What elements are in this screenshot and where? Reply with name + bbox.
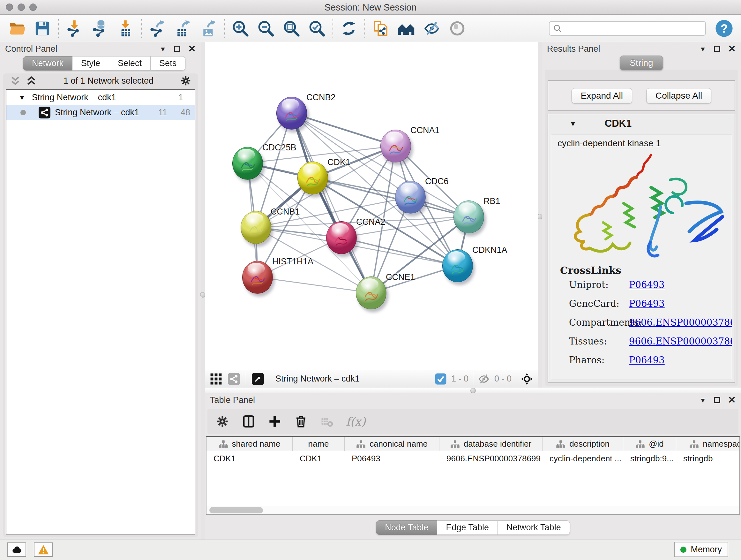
save-session-button[interactable] <box>31 17 54 39</box>
tab-node-table[interactable]: Node Table <box>376 520 437 535</box>
table-cell[interactable]: stringdb:9... <box>623 454 676 463</box>
column-header-namespace[interactable]: namespace <box>676 437 740 451</box>
results-panel-close-icon[interactable]: ✕ <box>728 44 736 54</box>
help-button[interactable]: ? <box>715 19 733 38</box>
control-panel-float-icon[interactable] <box>174 46 180 52</box>
zoom-out-button[interactable] <box>255 17 277 39</box>
table-cell[interactable]: stringdb <box>676 454 740 463</box>
warning-status-button[interactable] <box>34 543 53 557</box>
horizontal-splitter[interactable] <box>205 388 741 393</box>
tab-edge-table[interactable]: Edge Table <box>437 520 498 535</box>
zoom-selected-button[interactable] <box>306 17 328 39</box>
network-edge-ccnb2-ccna1[interactable] <box>292 113 396 146</box>
export-image-button[interactable] <box>197 17 219 39</box>
birds-eye-view-icon[interactable] <box>210 373 222 385</box>
open-in-new-window-icon[interactable] <box>252 373 264 385</box>
results-panel-menu-icon[interactable]: ▼ <box>699 46 706 52</box>
tab-network[interactable]: Network <box>23 56 72 71</box>
expand-all-button[interactable]: Expand All <box>571 88 632 104</box>
table-panel-menu-icon[interactable]: ▼ <box>699 397 706 403</box>
export-table-button[interactable] <box>172 17 194 39</box>
tab-select[interactable]: Select <box>109 56 151 71</box>
network-node-cdc6[interactable] <box>395 181 426 213</box>
zoom-fit-button[interactable] <box>280 17 302 39</box>
horizontal-splitter-handle[interactable] <box>470 388 476 393</box>
table-horizontal-scrollbar[interactable] <box>206 506 739 514</box>
results-panel-float-icon[interactable] <box>714 46 720 52</box>
first-neighbors-button[interactable] <box>395 17 417 39</box>
delete-column-trash-icon[interactable] <box>293 414 308 429</box>
column-header-name[interactable]: name <box>293 437 345 451</box>
network-badge-icon[interactable] <box>228 373 240 385</box>
expand-all-networks-icon[interactable] <box>25 75 37 86</box>
network-row-selected[interactable]: String Network – cdk1 11 48 <box>6 105 195 120</box>
crosslink-value-link[interactable]: P06493 <box>629 355 665 366</box>
network-edge-hist1h1a-ccne1[interactable] <box>258 277 371 293</box>
column-header-description[interactable]: description <box>542 437 623 451</box>
table-options-gear-icon[interactable] <box>215 414 230 429</box>
network-node-ccnb2[interactable] <box>276 97 307 130</box>
open-session-button[interactable] <box>6 17 28 39</box>
show-columns-icon[interactable] <box>241 414 256 429</box>
export-network-button[interactable] <box>146 17 169 39</box>
network-node-rb1[interactable] <box>454 200 484 233</box>
update-view-button[interactable] <box>338 17 360 39</box>
crosslink-value-link[interactable]: P06493 <box>629 279 665 290</box>
import-database-icon <box>91 20 109 37</box>
tab-network-table[interactable]: Network Table <box>498 520 570 535</box>
collapse-all-button[interactable]: Collapse All <box>646 88 711 104</box>
collection-collapse-icon[interactable]: ▼ <box>18 94 25 102</box>
column-header--id[interactable]: @id <box>623 437 676 451</box>
add-column-icon[interactable] <box>267 414 282 429</box>
column-header-canonical-name[interactable]: canonical name <box>345 437 440 451</box>
crosslink-value-link[interactable]: 9606.ENSP00000378699 <box>629 317 732 328</box>
table-cell[interactable]: P06493 <box>345 454 440 463</box>
search-input[interactable] <box>565 23 702 34</box>
hide-selection-button[interactable] <box>421 17 443 39</box>
table-panel-close-icon[interactable]: ✕ <box>728 395 736 405</box>
scrollbar-thumb[interactable] <box>209 507 263 513</box>
network-node-ccna2[interactable] <box>326 221 357 254</box>
network-options-gear-icon[interactable] <box>180 75 192 86</box>
zoom-in-button[interactable] <box>229 17 252 39</box>
network-node-ccna1[interactable] <box>381 130 411 163</box>
crosslink-value-link[interactable]: P06493 <box>629 298 665 309</box>
table-row[interactable]: CDK1CDK1P064939606.ENSP00000378699cyclin… <box>206 451 739 466</box>
control-panel-menu-icon[interactable]: ▼ <box>159 46 166 52</box>
hidden-eye-slash-icon[interactable] <box>478 373 490 385</box>
pan-crosshair-icon[interactable] <box>521 373 533 385</box>
memory-button[interactable]: Memory <box>674 542 728 557</box>
network-canvas[interactable]: CCNB2CCNA1CDC25BCDK1CDC6RB1CCNB1CCNA2CDK… <box>205 42 538 370</box>
import-network-from-file-button[interactable] <box>63 17 85 39</box>
tab-style[interactable]: Style <box>72 56 109 71</box>
network-node-ccne1[interactable] <box>356 276 387 309</box>
column-header-shared-name[interactable]: shared name <box>206 437 293 451</box>
network-node-hist1h1a[interactable] <box>242 261 273 294</box>
network-node-cdc25b[interactable] <box>232 147 263 180</box>
right-splitter[interactable] <box>538 42 542 388</box>
network-node-ccnb1[interactable] <box>241 211 271 244</box>
table-cell[interactable]: 9606.ENSP00000378699 <box>440 454 542 463</box>
network-node-cdk1[interactable] <box>297 162 328 194</box>
show-all-button[interactable] <box>446 17 468 39</box>
table-panel-float-icon[interactable] <box>714 397 720 403</box>
crosslink-value-link[interactable]: 9606.ENSP00000378699 <box>629 336 732 347</box>
control-panel-close-icon[interactable]: ✕ <box>188 44 196 54</box>
network-edge-ccna2-cdkn1a[interactable] <box>341 238 458 266</box>
new-network-from-selection-button[interactable] <box>369 17 392 39</box>
left-splitter[interactable] <box>201 42 205 540</box>
import-network-from-database-button[interactable] <box>89 17 111 39</box>
table-cell[interactable]: cyclin-dependent ... <box>542 454 623 463</box>
table-cell[interactable]: CDK1 <box>293 454 345 463</box>
tab-sets[interactable]: Sets <box>151 56 185 71</box>
cloud-status-button[interactable] <box>7 543 26 557</box>
column-header-database-identifier[interactable]: database identifier <box>440 437 542 451</box>
gene-collapse-icon[interactable]: ▼ <box>569 119 577 128</box>
network-collection-row[interactable]: ▼ String Network – cdk1 1 <box>6 90 195 105</box>
tab-string[interactable]: String <box>620 56 663 70</box>
network-node-cdkn1a[interactable] <box>442 249 473 282</box>
table-cell[interactable]: CDK1 <box>206 454 293 463</box>
selected-checkbox-icon[interactable] <box>434 373 447 385</box>
collapse-all-networks-icon[interactable] <box>10 75 21 86</box>
import-table-from-file-button[interactable] <box>114 17 137 39</box>
